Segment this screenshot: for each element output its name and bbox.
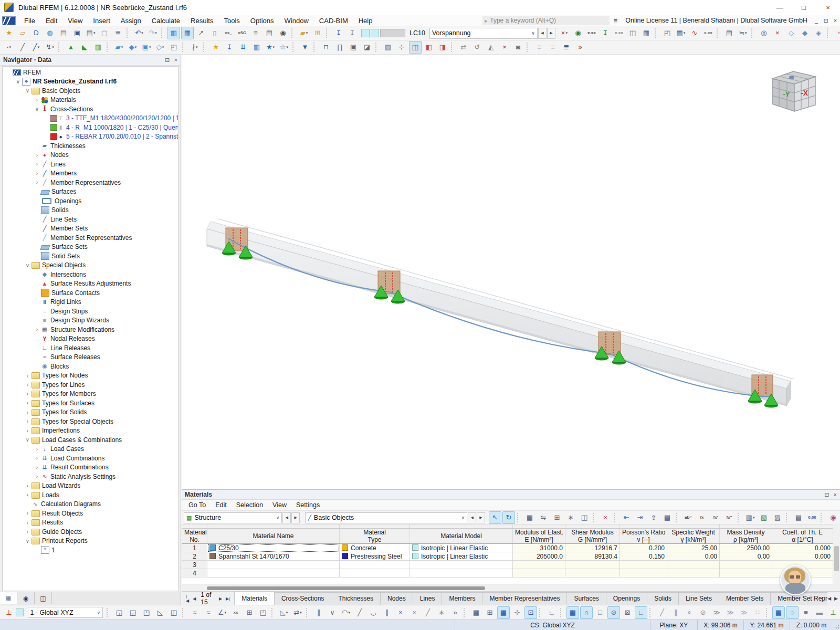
materials-float-icon[interactable]: ⊡ [824, 491, 829, 498]
tree-item-special-objects[interactable]: ∨Special Objects [3, 261, 178, 270]
menu-assign[interactable]: Assign [116, 15, 146, 26]
next-load-case-button[interactable]: ▶ [547, 28, 555, 39]
object-category-select[interactable]: ╱ Basic Objects ∨ [305, 512, 467, 523]
column-header--1-c-[interactable]: Coeff. of Th. Eα [1/°C] [772, 529, 833, 544]
show-load-values-icon[interactable]: x.xx [585, 27, 598, 39]
tree-item-load-cases-combinations[interactable]: ∨Load Cases & Combinations [3, 435, 178, 445]
table-tab-solids[interactable]: Solids [647, 592, 679, 605]
table-tab-materials[interactable]: Materials [234, 592, 275, 605]
table-search-icon[interactable]: ◉ [827, 511, 839, 524]
material-model-cell[interactable] [410, 561, 513, 569]
search-input[interactable]: Type a keyword (Alt+Q) [482, 16, 610, 25]
collapse-icon[interactable]: ∨ [33, 106, 41, 112]
collapse-icon[interactable]: ∨ [24, 88, 32, 93]
delete-all-icon[interactable]: × [599, 511, 612, 524]
parallel-line-icon[interactable]: ∥ [381, 606, 393, 619]
table-tab-thicknesses[interactable]: Thicknesses [331, 592, 381, 605]
snap-center-icon[interactable]: ⊹ [395, 41, 408, 54]
tree-item-surface-releases[interactable]: Surface Releases [3, 353, 178, 362]
material-value-cell[interactable]: 0.000 [772, 552, 833, 561]
menu-file[interactable]: File [19, 15, 40, 26]
doc-minimize-button[interactable]: ‗ [812, 17, 821, 24]
material-value-cell[interactable]: 31000.0 [513, 544, 565, 552]
cross-line-2-icon[interactable]: × [408, 606, 421, 619]
graphics-viewport[interactable]: -Y -X [182, 55, 840, 489]
single-line-icon[interactable]: ╱ [353, 606, 366, 619]
table-row[interactable]: 3 [182, 561, 833, 569]
expand-icon[interactable]: › [24, 510, 32, 516]
last-table-button[interactable]: ▶| [225, 596, 231, 601]
menu-tools[interactable]: Tools [218, 15, 245, 26]
navigator-tab-display[interactable]: ◫ [35, 592, 52, 604]
view-in-x-icon[interactable]: ↕x [833, 27, 840, 39]
tree-item-types-for-solids[interactable]: ›Types for Solids [3, 408, 178, 417]
tree-item-result-objects[interactable]: ›Result Objects [3, 509, 178, 518]
tree-item-types-for-lines[interactable]: ›Types for Lines [3, 380, 178, 390]
expand-icon[interactable]: › [33, 171, 41, 176]
close-button[interactable]: × [816, 0, 840, 15]
tree-item-design-strip-wizards[interactable]: Design Strip Wizards [3, 316, 178, 326]
column-header-e-n-mm-[interactable]: Modulus of Elast.E [N/mm²] [513, 529, 565, 544]
cube-left-face-label[interactable]: -Y [783, 90, 791, 98]
delete-objects-icon[interactable]: × [498, 41, 511, 54]
copy-coordinate-system-icon[interactable]: ◫ [167, 606, 180, 619]
table-row[interactable]: 1C25/30ConcreteIsotropic | Linear Elasti… [182, 544, 833, 552]
next-table-button[interactable]: ▶ [218, 596, 223, 601]
pen-settings-icon[interactable]: ◺▾ [278, 606, 290, 619]
spiral-line-icon[interactable]: ∗ [435, 606, 448, 619]
new-mesh-refinement-icon[interactable]: ◇▾ [154, 41, 166, 54]
material-value-cell[interactable]: 0.000 [772, 544, 833, 552]
column-header--kn-m-[interactable]: Specific Weightγ [kN/m³] [667, 529, 720, 544]
tree-item-solids[interactable]: Solids [3, 206, 178, 215]
panel-3d-render-icon[interactable]: ◰ [661, 27, 674, 39]
tree-item-intersections[interactable]: Intersections [3, 270, 178, 279]
arc-line-icon[interactable]: ◠▾ [340, 606, 352, 619]
clipping-plane-icon[interactable]: ◪ [361, 41, 373, 54]
isometric-view-icon[interactable]: ◇ [785, 27, 797, 39]
quick-list-icon[interactable]: ▤ [792, 511, 805, 524]
zoom-cancel-icon[interactable]: × [771, 27, 784, 39]
spotlight-search-icon[interactable]: ◉ [277, 27, 289, 39]
print-table-icon[interactable]: ▤ [661, 511, 674, 524]
tree-item-members[interactable]: ›Members [3, 169, 178, 178]
tree-item-results[interactable]: ›Results [3, 518, 178, 528]
table-tab-surfaces[interactable]: Surfaces [566, 592, 606, 605]
table-view-mode-icon[interactable]: ▦ [523, 511, 536, 524]
line-snap-icon[interactable]: ╱ [656, 606, 668, 619]
loading-filter-icon[interactable]: ×▾ [558, 27, 571, 39]
column-header--[interactable]: Poisson's Ratioν [--] [620, 529, 667, 544]
tree-item-types-for-special-objects[interactable]: ›Types for Special Objects [3, 417, 178, 426]
result-tables-icon[interactable]: ▦ [640, 27, 653, 39]
table-transfer-icon[interactable]: ⇋ [537, 511, 550, 524]
save-icon[interactable]: ▣ [71, 27, 83, 39]
prev-table-button[interactable]: ◀ [192, 596, 197, 601]
expand-icon[interactable]: › [33, 474, 41, 479]
tree-item-lines[interactable]: ›Lines [3, 160, 178, 169]
expand-icon[interactable]: › [33, 180, 41, 185]
partial-view-filter-icon[interactable]: ▼ [299, 41, 311, 54]
magnet-snap-icon[interactable]: ∩ [580, 606, 593, 619]
table-tab-cross-sections[interactable]: Cross-Sections [274, 592, 331, 605]
tree-item-3-ttf-m1-1820-4300-200-120-1200-1-c25-3[interactable]: ⊤3 - TTF_M1 1820/4300/200/120/1200 | 1 -… [3, 114, 178, 123]
multiple-views-icon[interactable]: ◈ [812, 27, 825, 39]
display-properties-icon[interactable]: ▦▾ [675, 27, 687, 39]
tree-item-guide-objects[interactable]: ›Guide Objects [3, 527, 178, 537]
expand-icon[interactable]: › [33, 446, 41, 452]
table-tab-openings[interactable]: Openings [606, 592, 647, 605]
materials-menu-view[interactable]: View [268, 500, 291, 511]
tree-item-1[interactable]: 1 [3, 545, 178, 555]
column-header-type[interactable]: MaterialType [340, 529, 410, 544]
more-tools-2-icon[interactable]: » [574, 41, 586, 54]
expand-icon[interactable]: › [33, 161, 41, 167]
cube-front-face-label[interactable]: -X [801, 89, 808, 97]
materials-menu-settings[interactable]: Settings [291, 500, 324, 511]
plane-xz-icon[interactable]: ◧ [423, 41, 435, 54]
expand-icon[interactable]: › [24, 520, 32, 526]
material-model-cell[interactable]: Isotropic | Linear Elastic [410, 544, 513, 552]
layers-display-icon[interactable]: ≡ [800, 606, 812, 619]
member-load-icon[interactable]: ↧ [223, 41, 236, 54]
new-block-icon[interactable]: ⊞ [311, 27, 324, 39]
ortho-lines-icon[interactable]: ∥ [312, 606, 325, 619]
row-number[interactable]: 1 [182, 544, 207, 552]
decimal-places-icon[interactable]: 0,00 [806, 511, 818, 524]
